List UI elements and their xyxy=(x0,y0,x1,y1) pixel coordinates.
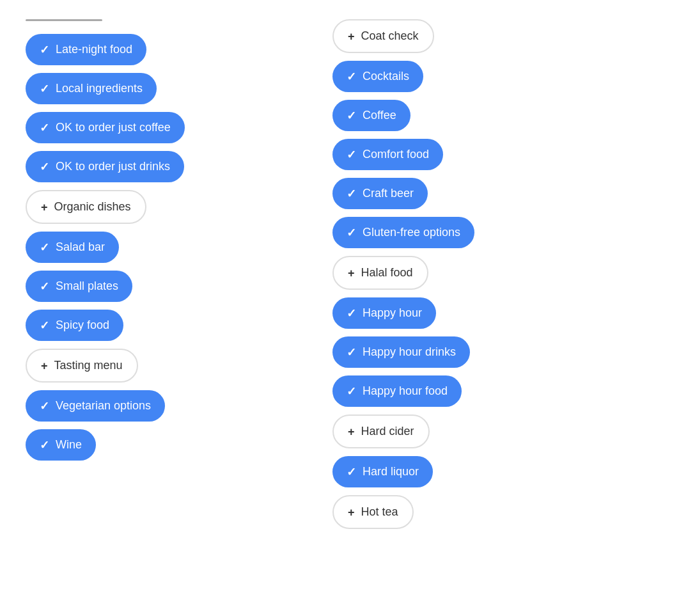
checkmark-icon: ✓ xyxy=(40,44,49,56)
chip-label: Small plates xyxy=(56,280,118,293)
chip-label: Happy hour food xyxy=(363,384,448,398)
plus-icon: + xyxy=(348,267,355,279)
chip-label: Spicy food xyxy=(56,319,109,332)
plus-icon: + xyxy=(348,507,355,518)
checkmark-icon: ✓ xyxy=(40,281,49,292)
chip-label: Organic dishes xyxy=(54,200,131,214)
chip-late-night-food[interactable]: ✓Late-night food xyxy=(26,34,146,65)
checkmark-icon: ✓ xyxy=(347,188,356,200)
main-content: ✓Late-night food✓Local ingredients✓OK to… xyxy=(26,13,669,529)
chip-label: Comfort food xyxy=(363,148,429,161)
checkmark-icon: ✓ xyxy=(347,466,356,478)
checkmark-icon: ✓ xyxy=(40,320,49,331)
chip-ok-order-coffee[interactable]: ✓OK to order just coffee xyxy=(26,112,185,143)
chip-label: Vegetarian options xyxy=(56,399,151,413)
chip-coat-check[interactable]: +Coat check xyxy=(332,19,434,53)
chip-label: Tasting menu xyxy=(54,359,123,372)
chip-label: Salad bar xyxy=(56,241,105,254)
chip-coffee[interactable]: ✓Coffee xyxy=(332,100,410,131)
chip-label: Hot tea xyxy=(361,505,398,519)
chip-label: OK to order just drinks xyxy=(56,160,170,173)
chip-label: Craft beer xyxy=(363,187,414,200)
chip-label: Gluten-free options xyxy=(363,226,460,239)
chip-salad-bar[interactable]: ✓Salad bar xyxy=(26,232,119,263)
chip-label: Hard liquor xyxy=(363,465,419,478)
checkmark-icon: ✓ xyxy=(347,308,356,319)
checkmark-icon: ✓ xyxy=(347,386,356,397)
left-column: ✓Late-night food✓Local ingredients✓OK to… xyxy=(26,19,294,461)
chip-gluten-free-options[interactable]: ✓Gluten-free options xyxy=(332,217,474,248)
chip-comfort-food[interactable]: ✓Comfort food xyxy=(332,139,443,170)
checkmark-icon: ✓ xyxy=(40,122,49,134)
chip-label: Hard cider xyxy=(361,425,414,438)
chip-ok-order-drinks[interactable]: ✓OK to order just drinks xyxy=(26,151,184,182)
chip-local-ingredients[interactable]: ✓Local ingredients xyxy=(26,73,157,104)
right-column: +Coat check✓Cocktails✓Coffee✓Comfort foo… xyxy=(332,19,601,529)
chip-happy-hour-drinks[interactable]: ✓Happy hour drinks xyxy=(332,336,470,368)
plus-icon: + xyxy=(348,426,355,438)
chip-label: Late-night food xyxy=(56,43,132,56)
checkmark-icon: ✓ xyxy=(40,83,49,95)
chip-label: Coat check xyxy=(361,29,419,43)
checkmark-icon: ✓ xyxy=(347,149,356,161)
chip-label: Wine xyxy=(56,438,82,452)
checkmark-icon: ✓ xyxy=(40,242,49,253)
chip-organic-dishes[interactable]: +Organic dishes xyxy=(26,190,146,224)
chip-label: OK to order just coffee xyxy=(56,121,171,134)
chip-label: Happy hour drinks xyxy=(363,345,456,359)
chip-spicy-food[interactable]: ✓Spicy food xyxy=(26,310,123,341)
chip-label: Happy hour xyxy=(363,306,422,320)
chip-label: Cocktails xyxy=(363,70,409,83)
chip-hard-liquor[interactable]: ✓Hard liquor xyxy=(332,456,433,487)
checkmark-icon: ✓ xyxy=(40,400,49,412)
chip-halal-food[interactable]: +Halal food xyxy=(332,256,428,290)
checkmark-icon: ✓ xyxy=(347,347,356,358)
checkmark-icon: ✓ xyxy=(40,161,49,173)
checkmark-icon: ✓ xyxy=(347,227,356,239)
chip-cocktails[interactable]: ✓Cocktails xyxy=(332,61,423,92)
chip-small-plates[interactable]: ✓Small plates xyxy=(26,271,132,302)
chip-label: Local ingredients xyxy=(56,82,143,95)
chip-hard-cider[interactable]: +Hard cider xyxy=(332,415,430,448)
plus-icon: + xyxy=(41,201,48,213)
chip-happy-hour[interactable]: ✓Happy hour xyxy=(332,297,436,329)
checkmark-icon: ✓ xyxy=(347,71,356,83)
chip-vegetarian-options[interactable]: ✓Vegetarian options xyxy=(26,390,165,422)
chip-craft-beer[interactable]: ✓Craft beer xyxy=(332,178,428,209)
checkmark-icon: ✓ xyxy=(40,439,49,451)
chip-label: Coffee xyxy=(363,109,396,122)
chip-label: Halal food xyxy=(361,266,413,280)
plus-icon: + xyxy=(348,31,355,42)
scroll-indicator xyxy=(26,19,102,21)
chip-tasting-menu[interactable]: +Tasting menu xyxy=(26,349,138,383)
plus-icon: + xyxy=(41,360,48,372)
chip-happy-hour-food[interactable]: ✓Happy hour food xyxy=(332,375,462,407)
chip-hot-tea[interactable]: +Hot tea xyxy=(332,495,414,529)
chip-wine[interactable]: ✓Wine xyxy=(26,429,96,461)
checkmark-icon: ✓ xyxy=(347,110,356,122)
